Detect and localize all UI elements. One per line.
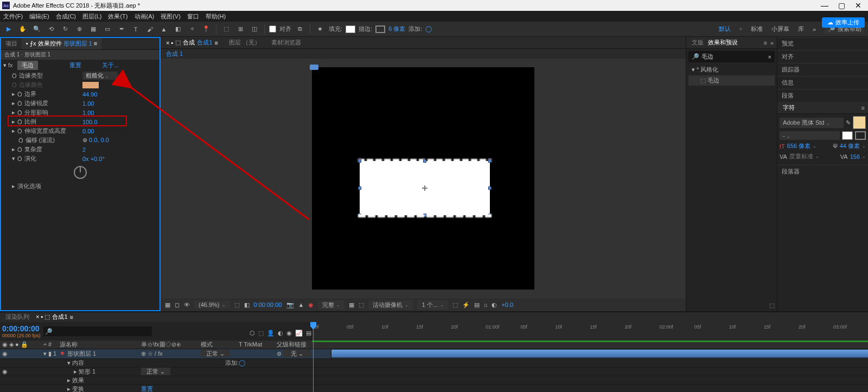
effects-presets-tab[interactable]: 效果和预设 [706,38,740,47]
effect-reset[interactable]: 重置 [69,61,81,69]
stopwatch-icon[interactable]: Ö [17,156,22,162]
shy-icon[interactable]: 👤 [267,330,275,337]
fill-color-swatch[interactable] [346,25,355,33]
stopwatch-icon[interactable]: Ö [17,128,22,134]
bezier-icon[interactable]: ★ [315,24,326,35]
current-time[interactable]: 0:00:00:00 [254,301,282,308]
effect-toggle[interactable]: ▾ fx [3,62,13,69]
eraser-tool[interactable]: ◧ [173,24,183,35]
parent-dropdown[interactable]: 无 ⌄ [283,350,311,357]
character-section[interactable]: 字符 [781,104,797,112]
align-section[interactable]: 对齐 [777,50,868,63]
handle-bc[interactable] [423,214,426,217]
text-color-swatch[interactable] [853,116,866,129]
stopwatch-icon[interactable]: Ö [17,110,22,116]
text-tool[interactable]: T [130,24,141,35]
timeline-comp-tab[interactable]: × ▪ ⬚ 合成1 ≡ [36,313,73,321]
hand-tool[interactable]: ✋ [17,24,28,35]
exposure-reset-icon[interactable]: ◐ [492,301,497,309]
comp-flow-icon[interactable]: ⌂ [484,301,488,308]
view-axis-icon[interactable]: ◫ [249,24,260,35]
tracking-value[interactable]: 156 [850,153,860,160]
evolution-options[interactable]: 演化选项 [17,182,41,190]
stopwatch-icon[interactable]: Ö [17,100,22,107]
menu-window[interactable]: 窗口 [187,12,199,21]
fast-preview-icon[interactable]: ⚡ [462,301,470,309]
selection-tool[interactable]: ▶ [3,24,14,35]
shape-tool[interactable]: ▭ [102,24,113,35]
stamp-tool[interactable]: ▲ [158,24,169,35]
handle-tr[interactable] [488,159,492,163]
effects-group[interactable]: ▸ 效果 [60,376,141,384]
menu-effect[interactable]: 效果(T) [108,12,127,21]
draft3d-icon[interactable]: ⬚ [258,330,264,337]
menu-comp[interactable]: 合成(C) [56,12,76,21]
pan-behind-tool[interactable]: ▦ [88,24,99,35]
col-trkmat[interactable]: T TrkMat [239,341,277,348]
timeline-search-input[interactable] [43,326,152,336]
brain-icon[interactable]: ▤ [306,330,311,337]
frame-blend-icon[interactable]: ◐ [278,330,283,337]
grid-icon[interactable]: ▦ [165,301,170,309]
edge-sharp-value[interactable]: 1.00 [82,100,94,107]
blend-mode-dropdown[interactable]: 正常 ⌄ [201,350,230,357]
snapping-checkbox[interactable] [269,25,276,33]
scale-value[interactable]: 100.0 [82,119,98,125]
stroke-width[interactable]: 6 像素 [388,25,405,33]
menu-help[interactable]: 帮助(H) [206,12,226,21]
col-mode[interactable]: 模式 [201,340,239,349]
evolution-dial[interactable] [74,166,87,179]
kerning-dropdown[interactable]: 度量标准 [789,152,813,160]
exposure-value[interactable]: +0.0 [501,301,513,308]
timeline-icon[interactable]: ▤ [474,301,480,309]
evolution-value[interactable]: 0x +0.0° [82,156,105,162]
fractal-value[interactable]: 1.00 [82,110,94,116]
minimize-button[interactable]: — [821,1,828,10]
stretch-value[interactable]: 0.00 [82,128,94,134]
stopwatch-icon[interactable]: Ö [17,146,22,153]
eyedropper-icon[interactable]: ✎ [846,119,851,126]
snapshot-icon[interactable]: 📷 [286,301,294,309]
paragraph-section-top[interactable]: 段落 [777,89,868,102]
effects-search-input[interactable]: 🔎 毛边 × [688,51,775,62]
camera-tool[interactable]: ⊕ [74,24,85,35]
tracker-section[interactable]: 跟踪器 [777,63,868,76]
puppet-tool[interactable]: 📍 [201,24,212,35]
effect-about[interactable]: 关于... [102,61,119,69]
views-dropdown[interactable]: 1 个... ⌄ [417,300,448,310]
menu-edit[interactable]: 编辑(E) [29,12,49,21]
font-family-dropdown[interactable]: Adobe 黑体 Std ⌄ [780,118,844,128]
comp-name-label[interactable]: 合成 1 [166,50,183,57]
stroke-color-swatch[interactable] [375,25,385,33]
menu-layer[interactable]: 图层(L) [82,12,101,21]
preset-category[interactable]: ▾ * 风格化 [686,65,777,75]
pen-tool[interactable]: ✒ [116,24,127,35]
work-area-marker[interactable] [310,65,318,70]
font-size-value[interactable]: 656 像素 [787,142,810,150]
col-source[interactable]: 源名称 [60,340,141,349]
workspace-standard[interactable]: 标准 [751,25,763,33]
handle-tc[interactable] [423,159,426,163]
stopwatch-icon[interactable]: Ö [12,73,17,79]
playhead[interactable] [313,322,314,392]
leading-value[interactable]: 44 像素 [840,142,860,150]
font-style-dropdown[interactable]: - ⌄ [780,131,840,140]
comp-tab[interactable]: × ▪ ⬚ 合成 合成1 ≡ [166,38,218,47]
add-button[interactable]: ◯ [425,25,432,33]
stopwatch-icon[interactable]: Ö [17,119,22,125]
layer-name[interactable]: 形状图层 1 [67,350,96,358]
workspace-lib[interactable]: 库 [798,25,804,33]
effect-name[interactable]: 毛边 [17,61,38,70]
graph-editor-icon[interactable]: 📈 [295,330,303,337]
rect-group[interactable]: ▸ 矩形 1 [60,368,141,376]
maximize-button[interactable]: ▢ [838,1,845,10]
stroke-swatch-small[interactable] [855,131,866,140]
vr-icon[interactable]: 👁 [184,301,190,308]
contents-group[interactable]: ▾ 内容 [60,359,141,367]
alpha-icon[interactable]: ⬚ [234,301,240,309]
channel-icon[interactable]: ◉ [308,301,314,309]
rotate-tool[interactable]: ↻ [60,24,71,35]
media-browser-tab[interactable]: 素材浏览器 [271,38,301,47]
layer-visibility-toggle[interactable]: ◉ [0,350,43,357]
comp-mini-flowchart-icon[interactable]: ⬡ [250,330,255,337]
